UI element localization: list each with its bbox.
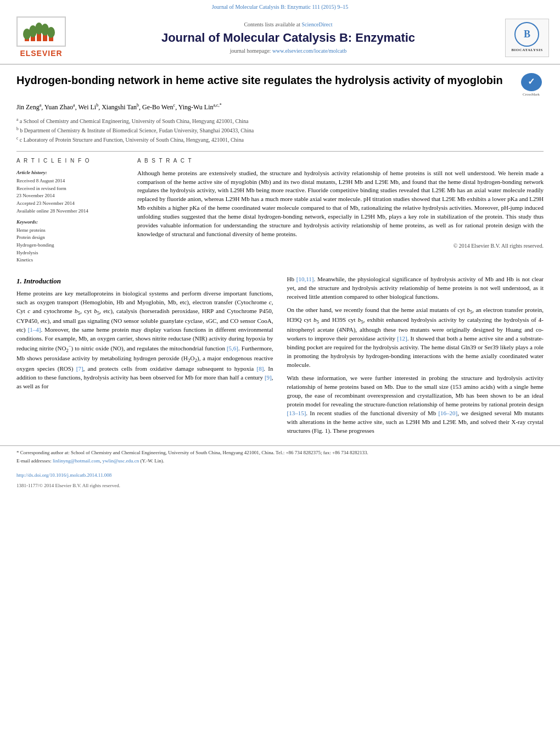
body-right: Hb [10,11]. Meanwhile, the physiological… <box>287 275 544 440</box>
doi-line: http://dx.doi.org/10.1016/j.molcatb.2014… <box>0 470 560 481</box>
article-title: Hydrogen-bonding network in heme active … <box>16 73 519 87</box>
elsevier-text: ELSEVIER <box>20 48 62 59</box>
journal-homepage: journal homepage: www.elsevier.com/locat… <box>71 47 505 55</box>
contents-line: Contents lists available at ScienceDirec… <box>71 21 505 29</box>
affiliations: a a School of Chemistry and Chemical Eng… <box>16 116 544 144</box>
journal-reference: Journal of Molecular Catalysis B: Enzyma… <box>0 0 560 12</box>
article-history-label: Article history: <box>16 169 126 176</box>
received-date: Received 8 August 2014 <box>16 177 126 185</box>
intro-paragraph-4: With these information, we were further … <box>287 374 544 436</box>
crossmark-icon: ✓ <box>521 73 542 91</box>
copyright-line: © 2014 Elsevier B.V. All rights reserved… <box>137 242 544 250</box>
affiliation-c: c c Laboratory of Protein Structure and … <box>16 135 544 144</box>
email-label: E-mail addresses: <box>16 458 52 464</box>
keyword-2: Protein design <box>16 234 126 241</box>
journal-main-title: Journal of Molecular Catalysis B: Enzyma… <box>71 31 505 45</box>
available-date: Available online 28 November 2014 <box>16 208 126 215</box>
authors-line: Jin Zenga, Yuan Zhaoa, Wei Lib, Xiangshi… <box>16 102 544 112</box>
affiliation-b: b b Department of Chemistry & Institute … <box>16 126 544 135</box>
body-content: 1. Introduction Heme proteins are key me… <box>0 270 560 445</box>
left-col: A R T I C L E I N F O Article history: R… <box>16 157 126 264</box>
email-1[interactable]: linlinyng@hotmail.com <box>53 458 100 464</box>
page-wrapper: Journal of Molecular Catalysis B: Enzyma… <box>0 0 560 490</box>
crossmark-badge: ✓ CrossMark <box>519 73 544 98</box>
accepted-date: Accepted 23 November 2014 <box>16 200 126 207</box>
biocatalysis-icon: B <box>514 22 539 47</box>
crossmark-text: CrossMark <box>523 92 540 98</box>
introduction-title: 1. Introduction <box>16 276 273 286</box>
right-col: A B S T R A C T Although heme proteins a… <box>137 157 544 264</box>
intro-paragraph-3: On the other hand, we recently found tha… <box>287 306 544 370</box>
keyword-3: Hydrogen-bonding <box>16 242 126 249</box>
article-info-heading: A R T I C L E I N F O <box>16 157 126 165</box>
email-2[interactable]: ywlin@usc.edu.cn <box>103 458 139 464</box>
received-revised-date: 23 November 2014 <box>16 192 126 199</box>
keyword-4: Hydrolysis <box>16 249 126 256</box>
body-left: 1. Introduction Heme proteins are key me… <box>16 275 273 440</box>
intro-paragraph-1: Heme proteins are key metalloproteins in… <box>16 289 273 391</box>
sciencedirect-link[interactable]: ScienceDirect <box>301 21 332 27</box>
doi-link[interactable]: http://dx.doi.org/10.1016/j.molcatb.2014… <box>16 472 111 478</box>
issn-line: 1381-1177/© 2014 Elsevier B.V. All right… <box>0 481 560 490</box>
footnote-area: * Corresponding author at: School of Che… <box>0 445 560 470</box>
elsevier-logo-area: ELSEVIER <box>11 16 71 59</box>
biocatalysis-logo: B BIOCATALYSIS <box>505 19 549 57</box>
article-content: Hydrogen-bonding network in heme active … <box>0 65 560 270</box>
journal-title-area: Contents lists available at ScienceDirec… <box>71 21 505 55</box>
elsevier-logo-box <box>16 16 66 47</box>
affiliation-a: a a School of Chemistry and Chemical Eng… <box>16 116 544 125</box>
keyword-5: Kinetics <box>16 256 126 264</box>
received-revised-label: Received in revised form <box>16 185 126 192</box>
journal-header: ELSEVIER Contents lists available at Sci… <box>0 12 560 65</box>
journal-ref-text: Journal of Molecular Catalysis B: Enzyma… <box>212 4 349 10</box>
keywords-label: Keywords: <box>16 219 126 226</box>
abstract-text: Although heme proteins are extensively s… <box>137 169 544 239</box>
keyword-1: Heme proteins <box>16 227 126 234</box>
corresponding-author: * Corresponding author at: School of Che… <box>16 449 544 456</box>
biocatalysis-label: BIOCATALYSIS <box>511 48 542 53</box>
email-line: E-mail addresses: linlinyng@hotmail.com,… <box>16 458 544 465</box>
homepage-link[interactable]: www.elsevier.com/locate/molcatb <box>272 48 346 54</box>
elsevier-tree-icon <box>22 22 60 41</box>
article-title-section: Hydrogen-bonding network in heme active … <box>16 73 544 98</box>
body-two-col: 1. Introduction Heme proteins are key me… <box>16 275 544 440</box>
biocatalysis-logo-inner: B BIOCATALYSIS <box>511 22 542 53</box>
article-info-abstract: A R T I C L E I N F O Article history: R… <box>16 151 544 264</box>
issn-text: 1381-1177/© 2014 Elsevier B.V. All right… <box>16 483 120 488</box>
intro-paragraph-2: Hb [10,11]. Meanwhile, the physiological… <box>287 275 544 302</box>
email-suffix: (Y.-W. Lin). <box>141 458 165 464</box>
abstract-heading: A B S T R A C T <box>137 157 544 165</box>
svg-point-9 <box>47 27 55 38</box>
